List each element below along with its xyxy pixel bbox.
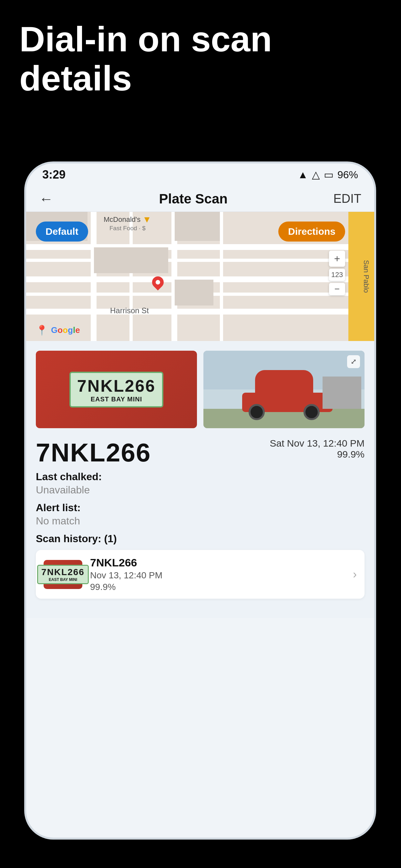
zoom-minus-button[interactable]: − <box>329 283 345 295</box>
mcdonalds-name: McDonald's <box>104 215 141 224</box>
road-v1 <box>91 212 96 341</box>
history-plate-inner: 7NKL266 EAST BAY MINI <box>37 565 89 584</box>
plate-number-large: 7NKL266 <box>36 438 151 468</box>
status-time: 3:29 <box>42 168 66 182</box>
map-block2 <box>175 280 213 306</box>
alert-list-row: Alert list: No match <box>36 502 365 527</box>
map-location-icon: 📍 <box>36 324 48 336</box>
plate-number-image: 7NKL266 <box>77 376 156 396</box>
road-h3 <box>26 309 374 314</box>
history-info: 7NKL266 Nov 13, 12:40 PM 99.9% <box>90 556 345 592</box>
edit-button[interactable]: EDIT <box>333 192 361 206</box>
battery-icon: ▭ <box>324 168 334 181</box>
history-chevron-icon[interactable]: › <box>353 568 357 581</box>
road-h-thin1 <box>26 259 374 262</box>
truck <box>322 376 361 409</box>
map-block4 <box>175 212 220 241</box>
road-v-thin2 <box>220 212 223 341</box>
map-pin-dot <box>155 279 161 285</box>
plate-main-row: 7NKL266 Sat Nov 13, 12:40 PM 99.9% <box>36 438 365 468</box>
google-logo: Google <box>51 325 80 335</box>
signal-icon: △ <box>312 168 320 181</box>
history-plate-text: 7NKL266 <box>90 556 345 569</box>
last-chalked-label: Last chalked: <box>36 471 365 483</box>
yellow-strip: San Pablo <box>348 212 374 341</box>
zoom-plus-button[interactable]: + <box>329 251 345 267</box>
car-wheel-right <box>304 404 320 420</box>
car-bottom <box>242 393 333 412</box>
hero-title: Dial-in on scan details <box>19 20 382 97</box>
scan-confidence: 99.9% <box>270 449 365 460</box>
mcdonalds-sub: Fast Food · $ <box>104 225 151 232</box>
plate-image[interactable]: 7NKL266 EAST BAY MINI <box>36 351 197 428</box>
road-h1 <box>26 244 374 250</box>
mcdonalds-label: McDonald's ▼ Fast Food · $ <box>104 214 151 232</box>
map-area[interactable]: San Pablo McDonald's ▼ Fast Food · $ Har… <box>26 212 374 341</box>
alert-list-value: No match <box>36 515 365 527</box>
history-item[interactable]: 7NKL266 EAST BAY MINI 7NKL266 Nov 13, 12… <box>36 550 365 599</box>
status-icons: ▲ △ ▭ 96% <box>298 168 358 181</box>
plate-image-inner: 7NKL266 EAST BAY MINI <box>69 372 164 407</box>
expand-icon[interactable]: ⤢ <box>347 355 360 368</box>
last-chalked-row: Last chalked: Unavailable <box>36 471 365 496</box>
content-area: 7NKL266 EAST BAY MINI <box>26 341 374 618</box>
battery-text: 96% <box>337 169 358 181</box>
wifi-icon: ▲ <box>298 169 308 181</box>
map-pin-head <box>150 274 166 290</box>
history-thumbnail: 7NKL266 EAST BAY MINI <box>43 560 82 589</box>
default-button[interactable]: Default <box>36 221 88 242</box>
google-logo-area: 📍 Google <box>36 324 80 336</box>
plate-sub-image: EAST BAY MINI <box>77 396 156 403</box>
status-bar: 3:29 ▲ △ ▭ 96% <box>26 163 374 186</box>
mcdonalds-icon: ▼ <box>143 214 151 225</box>
car-image[interactable]: ⤢ <box>204 351 365 428</box>
hero-section: Dial-in on scan details <box>19 20 382 97</box>
car-top <box>255 370 313 393</box>
map-block1 <box>94 247 168 273</box>
san-pablo-label: San Pablo <box>358 257 374 296</box>
scan-date: Sat Nov 13, 12:40 PM <box>270 438 365 449</box>
alert-list-label: Alert list: <box>36 502 365 514</box>
car-scene <box>204 351 365 428</box>
history-date: Nov 13, 12:40 PM <box>90 570 345 581</box>
top-nav: ← Plate Scan EDIT <box>26 186 374 212</box>
last-chalked-value: Unavailable <box>36 484 365 496</box>
back-button[interactable]: ← <box>39 191 53 207</box>
phone-shell: 3:29 ▲ △ ▭ 96% ← Plate Scan EDIT San Pab… <box>24 161 376 840</box>
car-body <box>242 370 326 412</box>
history-label: Scan history: (1) <box>36 533 365 545</box>
nav-title: Plate Scan <box>159 191 227 207</box>
history-plate-sub-text: EAST BAY MINI <box>41 578 85 582</box>
car-wheel-left <box>249 404 265 420</box>
map-pin <box>152 276 164 288</box>
zoom-number: 123 <box>329 269 345 281</box>
directions-button[interactable]: Directions <box>278 221 345 242</box>
street-label-harrison: Harrison St <box>110 306 149 315</box>
scan-info: Sat Nov 13, 12:40 PM 99.9% <box>270 438 365 460</box>
plate-detail-section: 7NKL266 Sat Nov 13, 12:40 PM 99.9% Last … <box>36 438 365 599</box>
image-row: 7NKL266 EAST BAY MINI <box>36 351 365 428</box>
history-confidence: 99.9% <box>90 582 345 592</box>
history-plate-num: 7NKL266 <box>41 567 85 578</box>
